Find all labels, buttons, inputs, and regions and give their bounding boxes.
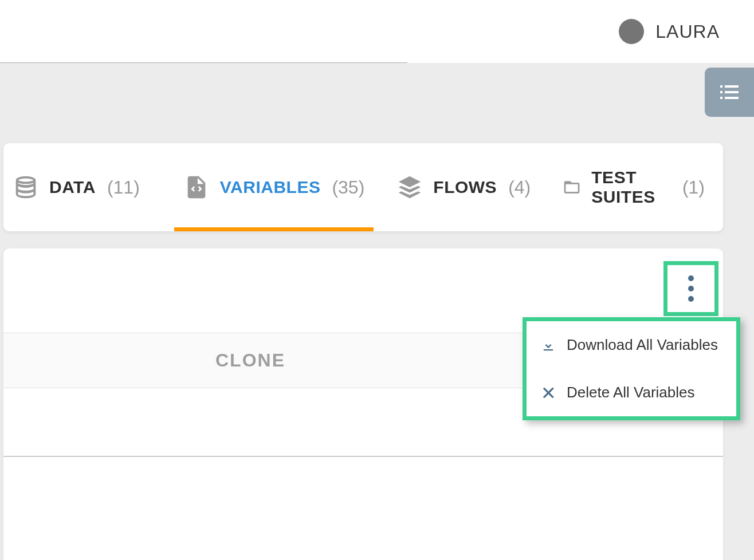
tabs-card: DATA (11) VARIABLES (35) FLOWS (4) TEST … (3, 143, 723, 231)
variables-table-card: Download All Variables Delete All Variab… (3, 249, 723, 560)
menu-label: Download All Variables (567, 336, 718, 354)
more-options-menu: Download All Variables Delete All Variab… (523, 317, 740, 420)
tab-label: TEST SUITES (591, 168, 671, 207)
layers-icon (396, 174, 423, 200)
user-area[interactable]: LAURA (619, 19, 720, 44)
code-file-icon (183, 174, 210, 200)
list-panel-toggle[interactable] (705, 68, 754, 117)
tab-variables[interactable]: VARIABLES (35) (167, 143, 381, 231)
menu-download-all[interactable]: Download All Variables (527, 321, 736, 369)
table-toolbar: Download All Variables Delete All Variab… (3, 249, 723, 333)
tab-flows[interactable]: FLOWS (4) (380, 143, 547, 231)
header-bar: LAURA (0, 0, 754, 63)
more-options-button[interactable] (667, 265, 714, 312)
folder-icon (563, 174, 581, 200)
avatar-icon (619, 19, 644, 44)
username-label: LAURA (655, 21, 720, 42)
database-icon (13, 174, 39, 200)
tab-count: (4) (508, 177, 531, 198)
download-icon (540, 337, 556, 353)
content-area: DATA (11) VARIABLES (35) FLOWS (4) TEST … (0, 63, 754, 560)
close-icon (540, 385, 556, 401)
menu-delete-all[interactable]: Delete All Variables (527, 369, 736, 416)
tab-testsuites[interactable]: TEST SUITES (1) (547, 143, 721, 231)
more-button-highlight (663, 261, 718, 316)
tab-data[interactable]: DATA (11) (6, 143, 167, 231)
tab-label: DATA (49, 178, 96, 197)
kebab-icon (688, 275, 694, 302)
tab-count: (1) (682, 177, 705, 198)
tab-count: (11) (107, 177, 140, 198)
tab-label: FLOWS (433, 178, 497, 197)
tab-label: VARIABLES (220, 178, 321, 197)
tab-count: (35) (332, 177, 364, 198)
menu-label: Delete All Variables (567, 384, 695, 401)
list-icon (716, 78, 743, 106)
